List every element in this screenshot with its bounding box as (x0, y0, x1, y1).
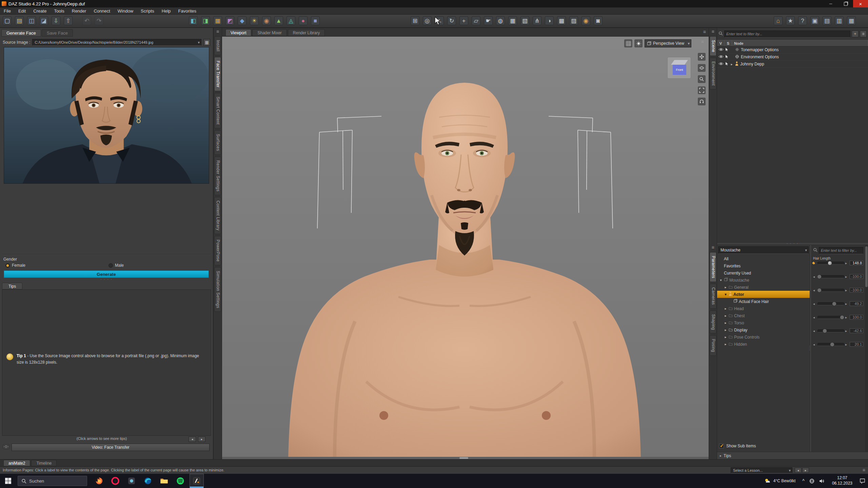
source-image-dropdown[interactable]: C:/Users/komyf/OneDrive/Desktop/Nachtspi… (32, 39, 201, 46)
export-icon[interactable]: ⇧ (64, 16, 73, 25)
generate-face-tab[interactable]: Generate Face (1, 29, 41, 37)
previous-lesson-button[interactable]: ◂ (795, 468, 802, 473)
viewport-tab-render-library[interactable]: Render Library (288, 29, 325, 36)
dock-tab-scene[interactable]: Scene (710, 36, 716, 56)
expand-caret-icon[interactable]: ▸ (724, 342, 727, 346)
gender-male-radio[interactable]: Male (108, 263, 124, 268)
hub-icon[interactable]: ★ (786, 16, 795, 25)
expand-caret-icon[interactable]: ▸ (724, 307, 727, 310)
parameter-slider[interactable] (817, 275, 844, 278)
expand-caret-icon[interactable]: ▾ (719, 278, 723, 282)
parameters-scrollbar[interactable] (865, 245, 868, 452)
selectable-icon[interactable] (725, 55, 728, 60)
dock-tab-surfaces[interactable]: Surfaces (214, 130, 221, 155)
spot-render-icon[interactable]: ◉ (581, 16, 590, 25)
visibility-column-header[interactable]: V (717, 40, 725, 46)
tray-expand-icon[interactable] (802, 478, 805, 484)
expand-caret-icon[interactable]: ▸ (724, 328, 727, 332)
app-taskbar-icon[interactable] (124, 474, 139, 488)
node-selection-tool-icon[interactable]: ↖ (435, 16, 444, 25)
spotify-taskbar-icon[interactable] (173, 474, 188, 488)
save-face-tab[interactable]: Save Face (42, 29, 73, 37)
visibility-eye-icon[interactable] (718, 55, 724, 59)
dock-tab-simulation-settings[interactable]: Simulation Settings (214, 267, 221, 312)
param-group-favorites[interactable]: Favorites (717, 262, 810, 269)
firefox-taskbar-icon[interactable] (92, 474, 106, 488)
pane-menu-icon[interactable]: ≡ (711, 29, 714, 35)
slider-handle[interactable] (817, 274, 822, 279)
tips-collapsed-bar[interactable]: ▸ Tips (717, 452, 868, 459)
opera-taskbar-icon[interactable] (108, 474, 122, 488)
slider-increment-icon[interactable]: ▸ (845, 275, 849, 279)
dock-tab-install[interactable]: Install (214, 36, 221, 55)
dock-tab-cameras[interactable]: Cameras (710, 284, 716, 308)
menu-help[interactable]: Help (158, 7, 175, 15)
import-icon[interactable]: ⇩ (52, 16, 60, 25)
add-node-button[interactable]: + (852, 30, 859, 37)
viewport-options-menu-icon[interactable]: ≡ (701, 39, 704, 45)
show-sub-items-checkbox[interactable]: Show Sub Items (719, 444, 756, 448)
parameter-slider[interactable] (817, 262, 844, 265)
help-icon[interactable]: ? (798, 16, 807, 25)
next-tip-button[interactable]: ▸ (198, 436, 205, 442)
region-navigator-icon[interactable]: ▩ (557, 16, 566, 25)
visibility-eye-icon[interactable] (718, 47, 724, 52)
universal-tool-icon[interactable]: ◎ (423, 16, 432, 25)
redo-icon[interactable]: ↷ (95, 16, 103, 25)
drawstyle-icon[interactable] (624, 39, 632, 47)
edge-taskbar-icon[interactable] (141, 474, 155, 488)
expand-caret-icon[interactable]: ▸ (724, 314, 727, 318)
viewport-canvas[interactable]: Perspective View ≡ Front (222, 37, 709, 459)
parameter-slider[interactable] (817, 329, 844, 332)
active-pose-tool-icon[interactable]: ☛ (484, 16, 493, 25)
slider-handle[interactable] (832, 302, 836, 306)
lighting-icon[interactable] (634, 39, 643, 47)
viewport-tab-shader-mixer[interactable]: Shader Mixer (252, 29, 287, 36)
viewport-single-icon[interactable]: ◧ (189, 16, 198, 25)
animate2-tab[interactable]: aniMate2 (3, 460, 30, 466)
polygon-group-icon[interactable]: ▧ (520, 16, 529, 25)
param-group-all[interactable]: All (717, 255, 810, 262)
parameter-value[interactable]: 148.8 (850, 261, 863, 265)
tips-tab[interactable]: Tips (2, 283, 22, 289)
source-image-browse-button[interactable]: ▦ (203, 39, 210, 46)
aim-icon[interactable] (698, 98, 706, 105)
surface-selection-icon[interactable]: ▨ (569, 16, 578, 25)
next-lesson-button[interactable]: ▸ (802, 468, 809, 473)
weight-brush-icon[interactable]: ◑ (545, 16, 554, 25)
expand-caret-icon[interactable]: ▸ (724, 285, 727, 289)
slider-increment-icon[interactable]: ▸ (845, 329, 849, 333)
slider-decrement-icon[interactable]: ◂ (813, 288, 816, 292)
viewport-tab-viewport[interactable]: Viewport (225, 29, 251, 36)
cube-front-face[interactable]: Front (673, 65, 686, 75)
slider-increment-icon[interactable]: ▸ (845, 288, 849, 292)
save-file-icon[interactable]: ◫ (27, 16, 36, 25)
slider-handle[interactable] (823, 329, 827, 333)
network-icon[interactable] (809, 479, 814, 484)
scrollbar-handle[interactable] (459, 457, 468, 459)
geometry-editor-icon[interactable]: ▦ (508, 16, 517, 25)
expand-caret-icon[interactable]: ▾ (724, 292, 727, 296)
slider-handle[interactable] (817, 288, 822, 292)
param-group-currently-used[interactable]: Currently Used (717, 269, 810, 277)
view-selector-dropdown[interactable]: Perspective View (645, 39, 691, 47)
menu-connect[interactable]: Connect (90, 7, 114, 15)
layout-pane-icon-3[interactable]: ▥ (835, 16, 844, 25)
minimize-button[interactable] (823, 0, 838, 7)
slider-increment-icon[interactable]: ▸ (845, 316, 849, 319)
menu-scripts[interactable]: Scripts (137, 7, 158, 15)
lesson-dropdown[interactable]: Select a Lesson... (731, 467, 792, 473)
create-light-icon[interactable]: ☀ (250, 16, 259, 25)
dock-splitter[interactable]: · · · · (717, 242, 868, 245)
timeline-tab[interactable]: Timeline (31, 460, 57, 466)
parameter-group-dropdown[interactable]: Moustache (718, 246, 809, 254)
viewport-split-icon[interactable]: ◨ (201, 16, 210, 25)
taskbar-clock[interactable]: 12:07 06.12.2023 (828, 475, 856, 486)
slider-increment-icon[interactable]: ▸ (845, 261, 849, 265)
param-group-torso[interactable]: ▸Torso (717, 319, 810, 326)
visibility-eye-icon[interactable] (718, 62, 724, 66)
status-menu-icon[interactable]: ≡ (863, 468, 865, 473)
param-group-display[interactable]: ▸Display (717, 326, 810, 333)
action-center-icon[interactable] (856, 474, 868, 488)
param-group-general[interactable]: ▸General (717, 284, 810, 291)
